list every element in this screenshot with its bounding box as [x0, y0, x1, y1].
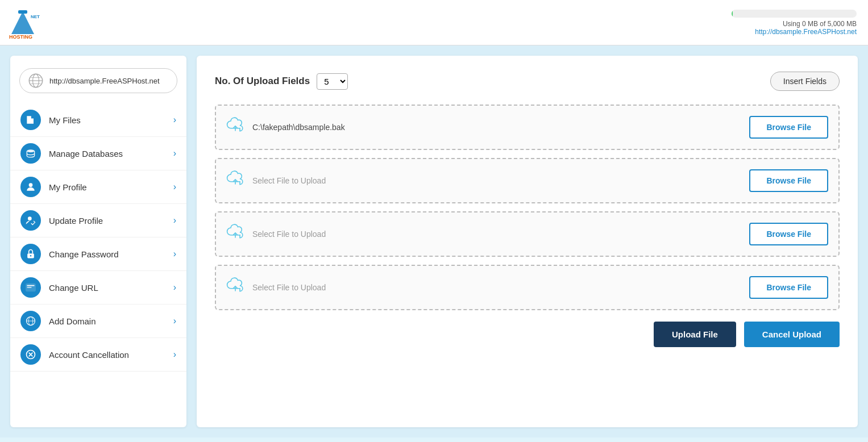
sidebar: http://dbsample.FreeASPHost.net My Files… [10, 56, 186, 427]
svg-point-12 [29, 183, 33, 187]
svg-rect-1 [18, 10, 27, 14]
sidebar-url-text: http://dbsample.FreeASPHost.net [49, 77, 160, 85]
svg-rect-10 [28, 122, 32, 122]
svg-text:NET: NET [31, 14, 40, 19]
upload-fields-select[interactable]: 12345678910 [317, 73, 348, 90]
logo-icon: HOSTING NET [6, 6, 40, 40]
upload-row-text-row1: C:\fakepath\dbsample.bak [252, 123, 741, 132]
cancel-icon [20, 344, 41, 365]
top-right-info: Using 0 MB of 5,000 MB http://dbsample.F… [732, 10, 857, 36]
cloud-upload-icon-row3 [226, 223, 244, 245]
browse-file-button-row4[interactable]: Browse File [749, 276, 828, 299]
svg-point-11 [27, 149, 34, 152]
cloud-upload-icon-row4 [226, 277, 244, 299]
sidebar-item-my-profile[interactable]: My Profile › [10, 170, 186, 204]
svg-text:HOSTING: HOSTING [9, 34, 32, 40]
sidebar-item-label-change-password: Change Password [49, 249, 165, 259]
sidebar-item-add-domain[interactable]: Add Domain › [10, 305, 186, 338]
upload-row-text-row4: Select File to Upload [252, 283, 741, 292]
chevron-right-icon-change-url: › [173, 282, 176, 293]
sidebar-item-change-password[interactable]: Change Password › [10, 237, 186, 271]
svg-point-13 [28, 216, 32, 220]
domain-icon [20, 311, 41, 331]
sidebar-item-label-update-profile: Update Profile [49, 216, 165, 226]
browse-file-button-row1[interactable]: Browse File [749, 116, 828, 139]
sidebar-item-label-account-cancellation: Account Cancellation [49, 350, 165, 360]
chevron-right-icon-my-profile: › [173, 182, 176, 192]
svg-point-15 [30, 255, 32, 257]
chevron-right-icon-account-cancellation: › [173, 349, 176, 360]
upload-fields-label: No. Of Upload Fields 12345678910 [215, 73, 348, 90]
cloud-upload-icon [226, 277, 244, 295]
sidebar-item-change-url[interactable]: Change URL › [10, 271, 186, 305]
cloud-upload-icon [226, 223, 244, 241]
db-icon [20, 143, 41, 164]
chevron-right-icon-update-profile: › [173, 215, 176, 226]
sidebar-item-label-manage-databases: Manage Databases [49, 149, 165, 159]
usage-text: Using 0 MB of 5,000 MB [732, 20, 857, 28]
domain-link[interactable]: http://dbsample.FreeASPHost.net [732, 28, 857, 36]
cloud-upload-icon-row2 [226, 170, 244, 192]
chevron-right-icon-manage-databases: › [173, 148, 176, 159]
cloud-upload-icon-row1 [226, 116, 244, 139]
upload-row-row3: Select File to Upload Browse File [215, 211, 840, 257]
sidebar-url-box: http://dbsample.FreeASPHost.net [19, 68, 177, 93]
chevron-right-icon-change-password: › [173, 249, 176, 259]
upload-row-text-row3: Select File to Upload [252, 230, 741, 239]
upload-fields-label-text: No. Of Upload Fields [215, 76, 310, 87]
lock-icon [20, 244, 41, 264]
browse-file-button-row2[interactable]: Browse File [749, 169, 828, 192]
main-layout: http://dbsample.FreeASPHost.net My Files… [0, 45, 868, 437]
sidebar-item-account-cancellation[interactable]: Account Cancellation › [10, 338, 186, 372]
logo-area: HOSTING NET [6, 6, 40, 40]
sidebar-item-label-my-profile: My Profile [49, 182, 165, 192]
svg-rect-17 [27, 285, 34, 286]
top-header: HOSTING NET Using 0 MB of 5,000 MB http:… [0, 0, 868, 45]
storage-progress-bar [732, 10, 857, 18]
upload-row-row1: C:\fakepath\dbsample.bak Browse File [215, 105, 840, 150]
profile-icon [20, 177, 41, 197]
svg-rect-9 [28, 120, 33, 121]
upload-rows-container: C:\fakepath\dbsample.bak Browse File Sel… [215, 105, 840, 310]
sidebar-item-label-my-files: My Files [49, 115, 165, 125]
upload-row-row2: Select File to Upload Browse File [215, 158, 840, 203]
action-row: Upload File Cancel Upload [215, 322, 840, 347]
chevron-right-icon-add-domain: › [173, 316, 176, 326]
upload-file-button[interactable]: Upload File [654, 322, 736, 347]
cloud-upload-icon [226, 170, 244, 188]
sidebar-item-label-change-url: Change URL [49, 283, 165, 293]
main-content: No. Of Upload Fields 12345678910 Insert … [197, 56, 858, 427]
update-profile-icon [20, 210, 41, 231]
sidebar-items-container: My Files › Manage Databases › My Profile… [10, 103, 186, 372]
sidebar-item-manage-databases[interactable]: Manage Databases › [10, 137, 186, 170]
upload-header: No. Of Upload Fields 12345678910 Insert … [215, 72, 840, 91]
sidebar-item-my-files[interactable]: My Files › [10, 103, 186, 137]
cancel-upload-button[interactable]: Cancel Upload [744, 322, 840, 347]
chevron-right-icon-my-files: › [173, 115, 176, 125]
globe-icon [28, 73, 44, 89]
sidebar-item-label-add-domain: Add Domain [49, 316, 165, 326]
storage-progress-fill [732, 10, 733, 18]
browse-file-button-row3[interactable]: Browse File [749, 223, 828, 245]
url-icon [20, 277, 41, 298]
cloud-upload-icon [226, 116, 244, 135]
svg-rect-18 [27, 287, 31, 287]
sidebar-item-update-profile[interactable]: Update Profile › [10, 204, 186, 237]
files-icon [20, 110, 41, 130]
upload-row-row4: Select File to Upload Browse File [215, 265, 840, 310]
upload-row-text-row2: Select File to Upload [252, 176, 741, 185]
insert-fields-button[interactable]: Insert Fields [770, 72, 840, 91]
